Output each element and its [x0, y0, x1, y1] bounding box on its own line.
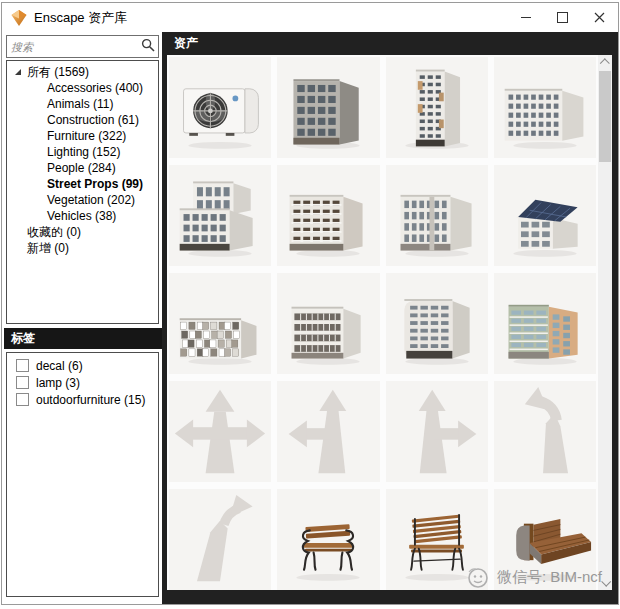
asset-thumbnail-building-irregular-facade[interactable]: [169, 273, 271, 374]
asset-thumbnail-apartment-window-bands[interactable]: [277, 273, 379, 374]
asset-thumbnail-road-arrow-curve-right[interactable]: [169, 489, 271, 590]
asset-thumbnail-apartment-slab-white[interactable]: [494, 57, 596, 158]
scrollbar-thumb[interactable]: [599, 71, 611, 162]
apartment-building-gray-image: [280, 60, 376, 156]
tag-label: outdoorfurniture (15): [36, 393, 145, 407]
tag-item-decal[interactable]: decal (6): [7, 357, 158, 374]
window-content: 所有 (1569)Accessories (400)Animals (11)Co…: [2, 32, 618, 604]
tree-item-label: 所有 (1569): [27, 65, 89, 79]
asset-thumbnail-bench-modern-wood[interactable]: [494, 489, 596, 590]
asset-grid: [167, 55, 598, 590]
tree-item-Street Props[interactable]: Street Props (99): [7, 176, 158, 192]
tree-item-收藏的[interactable]: 收藏的 (0): [7, 224, 158, 240]
road-arrow-straight-left-image: [280, 384, 376, 480]
enscape-asset-library-window: Enscape 资产库 所有 (1569)Acc: [1, 2, 619, 605]
tree-item-Lighting[interactable]: Lighting (152): [7, 144, 158, 160]
asset-thumbnail-apartment-tower-white[interactable]: [386, 57, 488, 158]
chevron-up-icon: [599, 58, 609, 68]
tree-item-label: 新增 (0): [27, 241, 69, 255]
apartment-rounded-corner-image: [389, 276, 485, 372]
tree-expander-icon[interactable]: [15, 69, 21, 75]
road-arrow-straight-right-image: [389, 384, 485, 480]
tree-item-label: Lighting (152): [47, 145, 120, 159]
search-icon[interactable]: [141, 38, 155, 56]
scroll-down-button[interactable]: [598, 575, 612, 590]
road-arrow-triple-image: [172, 384, 268, 480]
search-box: [6, 35, 159, 58]
tag-item-lamp[interactable]: lamp (3): [7, 374, 158, 391]
asset-thumbnail-park-bench-wood-iron[interactable]: [277, 489, 379, 590]
tag-checkbox[interactable]: [16, 376, 29, 389]
vertical-scrollbar[interactable]: [598, 55, 612, 590]
sidebar: 所有 (1569)Accessories (400)Animals (11)Co…: [4, 32, 162, 604]
outdoor-ac-unit-image: [172, 60, 268, 156]
tree-item-label: Vehicles (38): [47, 209, 116, 223]
house-solar-roof-image: [497, 168, 593, 264]
scroll-up-button[interactable]: [598, 55, 612, 70]
building-irregular-facade-image: [172, 276, 268, 372]
window-controls: [507, 3, 618, 32]
tree-item-label: Animals (11): [47, 97, 113, 111]
tree-item-新增[interactable]: 新增 (0): [7, 240, 158, 256]
close-icon: [594, 12, 605, 23]
tree-item-label: Furniture (322): [47, 129, 126, 143]
tags-header: 标签: [4, 328, 162, 349]
enscape-logo-icon: [11, 10, 27, 26]
minimize-icon: [521, 17, 531, 18]
tree-item-label: Construction (61): [47, 113, 139, 127]
search-input[interactable]: [7, 41, 141, 53]
tree-item-Animals[interactable]: Animals (11): [7, 96, 158, 112]
tag-label: lamp (3): [36, 376, 80, 390]
asset-thumbnail-park-bench-slatted[interactable]: [386, 489, 488, 590]
tag-checkbox[interactable]: [16, 359, 29, 372]
tree-item-label: 收藏的 (0): [27, 225, 81, 239]
tree-item-Construction[interactable]: Construction (61): [7, 112, 158, 128]
tree-item-Vegetation[interactable]: Vegetation (202): [7, 192, 158, 208]
asset-thumbnail-apartment-rounded-corner[interactable]: [386, 273, 488, 374]
tree-item-label: Vegetation (202): [47, 193, 135, 207]
asset-panel-title: 资产: [162, 32, 618, 55]
asset-thumbnail-road-arrow-triple[interactable]: [169, 381, 271, 482]
asset-thumbnail-apartment-green-modern[interactable]: [494, 273, 596, 374]
park-bench-slatted-image: [389, 492, 485, 588]
chevron-down-icon: [601, 577, 611, 587]
asset-thumbnail-apartment-building-gray[interactable]: [277, 57, 379, 158]
tag-label: decal (6): [36, 359, 83, 373]
minimize-button[interactable]: [507, 3, 544, 32]
tree-item-所有[interactable]: 所有 (1569): [7, 64, 158, 80]
asset-thumbnail-apartment-terraced[interactable]: [169, 165, 271, 266]
tree-item-Vehicles[interactable]: Vehicles (38): [7, 208, 158, 224]
maximize-icon: [557, 12, 568, 23]
tag-item-outdoorfurniture[interactable]: outdoorfurniture (15): [7, 391, 158, 408]
park-bench-wood-iron-image: [280, 492, 376, 588]
tree-item-label: Accessories (400): [47, 81, 143, 95]
bench-modern-wood-image: [497, 492, 593, 588]
tags-panel: decal (6)lamp (3)outdoorfurniture (15): [6, 352, 159, 597]
apartment-tower-white-image: [389, 60, 485, 156]
category-tree: 所有 (1569)Accessories (400)Animals (11)Co…: [6, 60, 159, 324]
close-button[interactable]: [581, 3, 618, 32]
tree-item-label: People (284): [47, 161, 116, 175]
apartment-balconies-brown-image: [280, 168, 376, 264]
road-arrow-curve-right-image: [172, 492, 268, 588]
tree-item-Furniture[interactable]: Furniture (322): [7, 128, 158, 144]
asset-thumbnail-road-arrow-straight-left[interactable]: [277, 381, 379, 482]
apartment-terraced-image: [172, 168, 268, 264]
maximize-button[interactable]: [544, 3, 581, 32]
title-bar: Enscape 资产库: [2, 3, 618, 32]
tree-item-label: Street Props (99): [47, 177, 143, 191]
asset-thumbnail-road-arrow-curve-left[interactable]: [494, 381, 596, 482]
tree-item-People[interactable]: People (284): [7, 160, 158, 176]
apartment-block-white-image: [389, 168, 485, 264]
asset-thumbnail-apartment-balconies-brown[interactable]: [277, 165, 379, 266]
asset-thumbnail-apartment-block-white[interactable]: [386, 165, 488, 266]
asset-thumbnail-outdoor-ac-unit[interactable]: [169, 57, 271, 158]
asset-thumbnail-house-solar-roof[interactable]: [494, 165, 596, 266]
road-arrow-curve-left-image: [497, 384, 593, 480]
asset-thumbnail-road-arrow-straight-right[interactable]: [386, 381, 488, 482]
apartment-window-bands-image: [280, 276, 376, 372]
tag-checkbox[interactable]: [16, 393, 29, 406]
tree-item-Accessories[interactable]: Accessories (400): [7, 80, 158, 96]
asset-panel: 资产 微信号: BIM-ncf: [162, 32, 618, 604]
apartment-slab-white-image: [497, 60, 593, 156]
